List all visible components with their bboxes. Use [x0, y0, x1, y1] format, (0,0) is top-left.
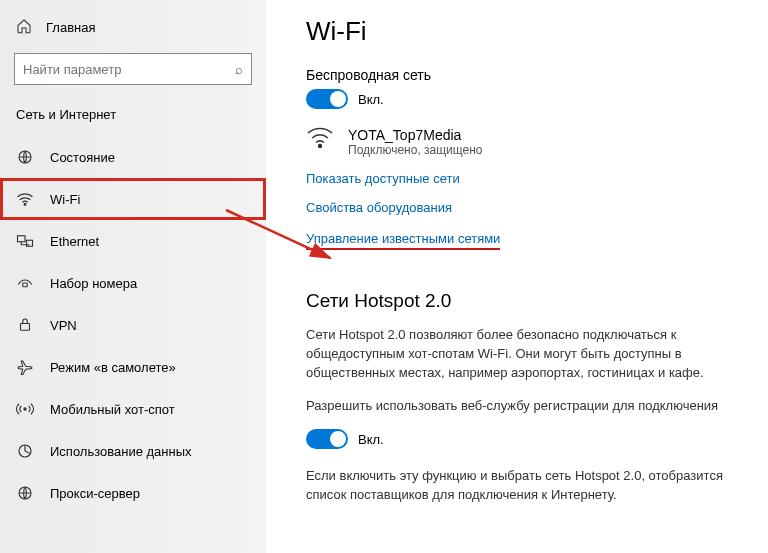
wifi-icon	[16, 190, 34, 208]
wifi-toggle-label: Вкл.	[358, 92, 384, 107]
proxy-icon	[16, 484, 34, 502]
sidebar-item-airplane[interactable]: Режим «в самолете»	[0, 346, 266, 388]
hotspot-description: Сети Hotspot 2.0 позволяют более безопас…	[306, 326, 742, 383]
sidebar-item-label: VPN	[50, 318, 77, 333]
sidebar-item-label: Wi-Fi	[50, 192, 80, 207]
ethernet-icon	[16, 232, 34, 250]
link-manage-known-networks[interactable]: Управление известными сетями	[306, 231, 500, 250]
sidebar-item-label: Использование данных	[50, 444, 192, 459]
sidebar-item-label: Состояние	[50, 150, 115, 165]
sidebar-item-label: Ethernet	[50, 234, 99, 249]
search-input[interactable]	[23, 62, 235, 77]
search-icon: ⌕	[235, 62, 243, 77]
network-name: YOTA_Top7Media	[348, 127, 483, 143]
sidebar-item-ethernet[interactable]: Ethernet	[0, 220, 266, 262]
data-usage-icon	[16, 442, 34, 460]
svg-rect-4	[23, 283, 28, 287]
airplane-icon	[16, 358, 34, 376]
sidebar-item-label: Набор номера	[50, 276, 137, 291]
network-status: Подключено, защищено	[348, 143, 483, 157]
svg-rect-2	[18, 236, 26, 242]
svg-point-1	[24, 203, 26, 205]
sidebar-item-status[interactable]: Состояние	[0, 136, 266, 178]
svg-point-6	[24, 408, 26, 410]
svg-point-9	[319, 145, 322, 148]
sidebar-item-dialup[interactable]: Набор номера	[0, 262, 266, 304]
sidebar-item-label: Прокси-сервер	[50, 486, 140, 501]
link-hardware-properties[interactable]: Свойства оборудования	[306, 200, 742, 215]
sidebar-item-label: Мобильный хот-спот	[50, 402, 175, 417]
dialup-icon	[16, 274, 34, 292]
sidebar-item-vpn[interactable]: VPN	[0, 304, 266, 346]
vpn-icon	[16, 316, 34, 334]
status-icon	[16, 148, 34, 166]
hotspot-heading: Сети Hotspot 2.0	[306, 290, 742, 312]
sidebar: Главная ⌕ Сеть и Интернет Состояние Wi-F…	[0, 0, 266, 553]
sidebar-item-label: Режим «в самолете»	[50, 360, 176, 375]
wifi-signal-icon	[306, 127, 334, 153]
hotspot-toggle-row: Вкл.	[306, 429, 742, 449]
hotspot-note: Если включить эту функцию и выбрать сеть…	[306, 467, 742, 505]
home-icon	[16, 18, 32, 37]
hotspot-toggle[interactable]	[306, 429, 348, 449]
hotspot-toggle-label: Вкл.	[358, 432, 384, 447]
main-content: Wi-Fi Беспроводная сеть Вкл. YOTA_Top7Me…	[266, 0, 768, 553]
sidebar-item-wifi[interactable]: Wi-Fi	[0, 178, 266, 220]
page-title: Wi-Fi	[306, 16, 742, 47]
sidebar-item-hotspot[interactable]: Мобильный хот-спот	[0, 388, 266, 430]
home-link[interactable]: Главная	[0, 10, 266, 45]
wifi-toggle[interactable]	[306, 89, 348, 109]
sidebar-item-data-usage[interactable]: Использование данных	[0, 430, 266, 472]
svg-rect-3	[27, 240, 33, 246]
link-show-networks[interactable]: Показать доступные сети	[306, 171, 742, 186]
home-label: Главная	[46, 20, 95, 35]
nav-list: Состояние Wi-Fi Ethernet Набор номера VP	[0, 136, 266, 514]
wireless-heading: Беспроводная сеть	[306, 67, 742, 83]
wifi-toggle-row: Вкл.	[306, 89, 742, 109]
section-label: Сеть и Интернет	[0, 99, 266, 136]
hotspot-allow-label: Разрешить использовать веб-службу регист…	[306, 397, 742, 416]
sidebar-item-proxy[interactable]: Прокси-сервер	[0, 472, 266, 514]
hotspot-icon	[16, 400, 34, 418]
svg-rect-5	[21, 324, 30, 331]
current-network[interactable]: YOTA_Top7Media Подключено, защищено	[306, 127, 742, 157]
search-input-wrap[interactable]: ⌕	[14, 53, 252, 85]
